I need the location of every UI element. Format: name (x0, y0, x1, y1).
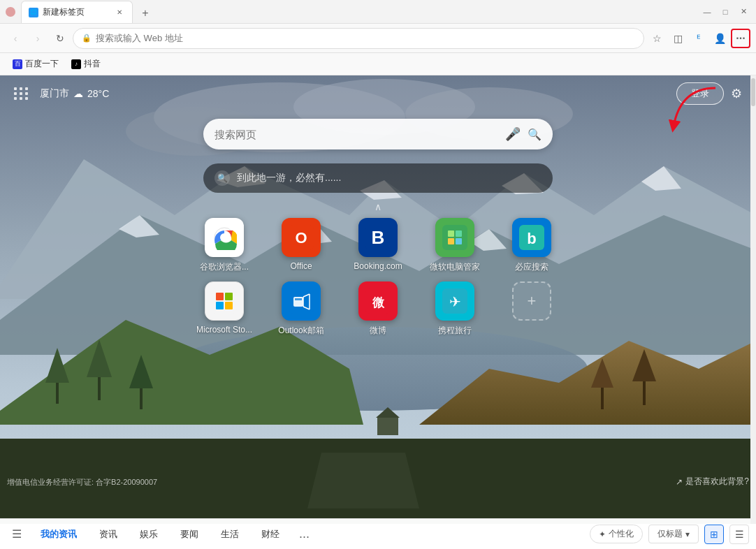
star-icon[interactable]: ☆ (647, 29, 667, 48)
restore-button[interactable]: □ (718, 5, 732, 19)
grid-view-button[interactable]: ⊞ (704, 525, 724, 544)
forward-button[interactable]: › (28, 29, 48, 48)
main-search-bar[interactable]: 🎤 🔍 (203, 119, 553, 149)
svg-rect-42 (456, 238, 462, 244)
app-bing[interactable]: b 必应搜索 (500, 218, 563, 273)
app-ctrip[interactable]: ✈ 携程旅行 (423, 281, 486, 337)
tab-favicon: 🌐 (29, 8, 38, 17)
list-view-button[interactable]: ☰ (729, 525, 749, 544)
weather-temp: 28°C (87, 88, 109, 99)
collapse-button[interactable]: ∧ (375, 201, 381, 212)
explore-bar[interactable]: 🔍 到此地一游，必然有...... (203, 163, 553, 193)
bottom-nav-life[interactable]: 生活 (212, 525, 247, 543)
svg-rect-52 (295, 298, 302, 300)
app-microsoft-store[interactable]: Microsoft Sto... (193, 281, 256, 337)
bottom-nav-more-button[interactable]: ... (293, 527, 315, 541)
view-select-label: 仅标题 (657, 528, 683, 540)
main-search-input[interactable] (215, 129, 498, 140)
add-app-button[interactable]: + (512, 281, 551, 321)
svg-rect-40 (456, 230, 462, 237)
explore-icon: 🔍 (215, 170, 230, 186)
search-section: 🎤 🔍 🔍 到此地一游，必然有...... ∧ (0, 112, 756, 212)
tab-close-button[interactable]: ✕ (114, 7, 125, 18)
outlook-label: Outlook邮箱 (278, 325, 324, 337)
scrollbar[interactable] (750, 75, 756, 524)
explore-text: 到此地一游，必然有...... (237, 172, 341, 184)
address-lock-icon: 🔒 (82, 34, 92, 43)
profile-icon[interactable]: 👤 (710, 29, 729, 48)
bottom-nav-my-news[interactable]: 我的资讯 (32, 525, 85, 543)
address-bar[interactable]: 🔒 (73, 28, 644, 49)
svg-rect-47 (225, 293, 233, 300)
bottom-nav-finance[interactable]: 财经 (253, 525, 288, 543)
more-options-button[interactable]: ··· (731, 29, 750, 48)
close-button[interactable]: ✕ (736, 5, 750, 19)
view-select-dropdown[interactable]: 仅标题 ▾ (648, 525, 699, 543)
bing-label: 必应搜索 (515, 261, 548, 273)
address-input[interactable] (96, 33, 635, 43)
dropdown-icon: ▾ (685, 529, 690, 539)
weather-icon: ☁ (73, 88, 83, 99)
svg-rect-49 (225, 302, 233, 309)
bookmark-baidu[interactable]: 百 百度一下 (7, 57, 64, 71)
nav-right-icons: ☆ ◫ ᴱ 👤 ··· (647, 29, 750, 48)
external-link-icon: ↗ (676, 477, 683, 487)
newtab-top-bar: 厦门市 ☁ 28°C 登录 ⚙ (0, 75, 756, 112)
bottom-menu-button[interactable]: ☰ (7, 525, 27, 544)
add-app-item[interactable]: + add (500, 281, 563, 337)
svg-text:✈: ✈ (449, 294, 461, 309)
refresh-button[interactable]: ↻ (50, 29, 70, 48)
mic-icon[interactable]: 🎤 (505, 126, 521, 142)
scrollbar-thumb[interactable] (751, 78, 755, 106)
apps-grid-button[interactable] (14, 87, 29, 100)
app-booking[interactable]: B Booking.com (347, 218, 409, 273)
bottom-right-controls: ✦ 个性化 仅标题 ▾ ⊞ ☰ (590, 525, 749, 544)
bookmarks-bar: 百 百度一下 ♪ 抖音 (0, 53, 756, 75)
like-bg-notice[interactable]: ↗ 是否喜欢此背景? (676, 476, 749, 488)
app-weibo[interactable]: 微 微博 (347, 281, 409, 337)
apps-row-1: 谷歌浏览器... O Office (193, 218, 563, 273)
window-controls: — □ ✕ (700, 5, 750, 19)
active-tab[interactable]: 🌐 新建标签页 ✕ (21, 1, 133, 23)
bottom-nav-news[interactable]: 资讯 (91, 525, 126, 543)
back-button[interactable]: ‹ (6, 29, 25, 48)
personalize-button[interactable]: ✦ 个性化 (590, 525, 643, 543)
weibo-icon: 微 (358, 281, 398, 321)
navigation-bar: ‹ › ↻ 🔒 ☆ ◫ ᴱ 👤 ··· (0, 24, 756, 53)
svg-rect-38 (442, 225, 467, 250)
bottom-nav-headlines[interactable]: 要闻 (172, 525, 207, 543)
svg-text:微: 微 (372, 296, 385, 309)
search-icon[interactable]: 🔍 (528, 128, 541, 141)
baidu-favicon: 百 (13, 59, 22, 69)
office-icon: O (282, 218, 321, 257)
svg-point-33 (220, 233, 228, 242)
newtab-top-right: 登录 ⚙ (676, 82, 742, 105)
app-outlook[interactable]: Outlook邮箱 (270, 281, 333, 337)
bottom-nav-entertainment[interactable]: 娱乐 (131, 525, 166, 543)
ctrip-label: 携程旅行 (438, 325, 472, 337)
newtab-page: 厦门市 ☁ 28°C 登录 ⚙ 🎤 🔍 🔍 到此地一游，必然有...... (0, 75, 756, 524)
douyin-favicon: ♪ (71, 59, 81, 69)
weather-info: 厦门市 ☁ 28°C (40, 87, 109, 100)
chrome-icon (205, 218, 244, 257)
svg-text:O: O (295, 229, 307, 247)
svg-rect-39 (448, 230, 454, 237)
new-tab-button[interactable]: + (136, 3, 155, 23)
app-chrome[interactable]: 谷歌浏览器... (193, 218, 256, 273)
copyright-text: 增值电信业务经营许可证: 合字B2-20090007 (7, 478, 157, 486)
office-label: Office (290, 261, 312, 271)
app-microsoft-pc[interactable]: 微软电脑管家 (423, 218, 486, 273)
bing-icon: b (512, 218, 551, 257)
app-office[interactable]: O Office (270, 218, 333, 273)
bookmark-douyin[interactable]: ♪ 抖音 (66, 57, 106, 71)
minimize-button[interactable]: — (700, 5, 714, 19)
baidu-label: 百度一下 (25, 58, 59, 70)
collections-icon[interactable]: ◫ (668, 29, 688, 48)
settings-icon[interactable]: ⚙ (731, 86, 742, 101)
svg-text:B: B (372, 227, 385, 248)
svg-rect-46 (216, 293, 224, 300)
ctrip-icon: ✈ (435, 281, 474, 321)
svg-rect-48 (216, 302, 224, 309)
login-button[interactable]: 登录 (676, 82, 724, 105)
edge-icon[interactable]: ᴱ (689, 29, 708, 48)
